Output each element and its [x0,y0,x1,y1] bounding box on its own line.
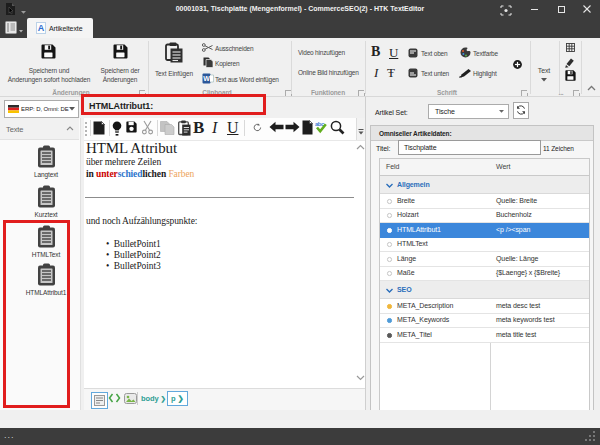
svg-text:A: A [38,23,45,33]
svg-text:W: W [203,75,210,82]
